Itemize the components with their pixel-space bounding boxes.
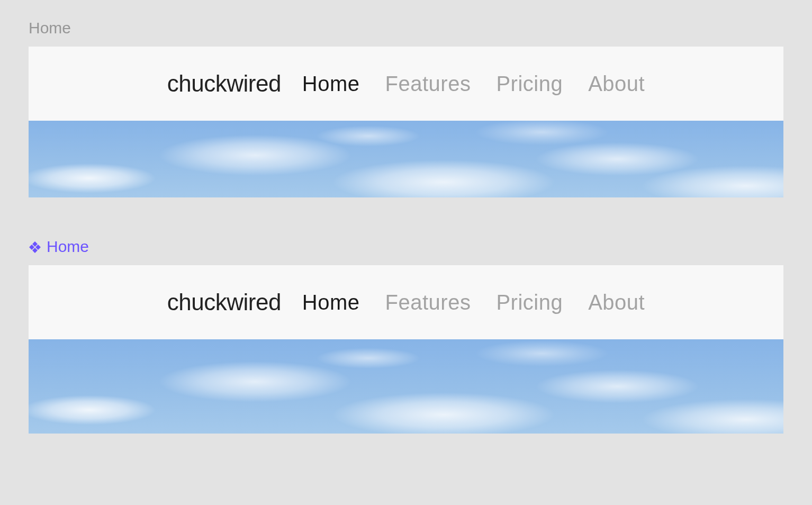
svg-rect-2 [35, 245, 41, 250]
nav-link-pricing[interactable]: Pricing [496, 291, 563, 314]
svg-rect-3 [32, 248, 38, 253]
nav-link-home[interactable]: Home [302, 72, 360, 96]
hero-image [29, 121, 783, 197]
nav-links: Home Features Pricing About [302, 291, 645, 314]
frame-label[interactable]: Home [29, 19, 783, 37]
preview-card: chuckwired Home Features Pricing About [29, 265, 783, 434]
example-frame-home: Home chuckwired Home Features Pricing Ab… [29, 19, 783, 197]
brand-logo[interactable]: chuckwired [167, 70, 281, 97]
brand-logo[interactable]: chuckwired [167, 289, 281, 315]
navbar: chuckwired Home Features Pricing About [29, 265, 783, 339]
svg-rect-1 [29, 245, 34, 250]
svg-rect-0 [32, 241, 38, 247]
hero-image [29, 339, 783, 434]
nav-link-about[interactable]: About [588, 291, 645, 314]
component-label[interactable]: Home [29, 238, 783, 256]
nav-links: Home Features Pricing About [302, 72, 645, 96]
example-component-home: Home chuckwired Home Features Pricing Ab… [29, 238, 783, 434]
nav-link-features[interactable]: Features [385, 291, 471, 314]
cloud-decoration [29, 121, 783, 197]
nav-link-home[interactable]: Home [302, 291, 360, 314]
frame-label-text: Home [29, 19, 71, 37]
nav-link-about[interactable]: About [588, 72, 645, 96]
navbar: chuckwired Home Features Pricing About [29, 47, 783, 121]
nav-link-features[interactable]: Features [385, 72, 471, 96]
component-icon [29, 240, 41, 253]
navbar-inner: chuckwired Home Features Pricing About [167, 289, 645, 315]
nav-link-pricing[interactable]: Pricing [496, 72, 563, 96]
component-label-text: Home [47, 238, 89, 256]
cloud-decoration [29, 339, 783, 434]
navbar-inner: chuckwired Home Features Pricing About [167, 70, 645, 97]
preview-card: chuckwired Home Features Pricing About [29, 47, 783, 197]
